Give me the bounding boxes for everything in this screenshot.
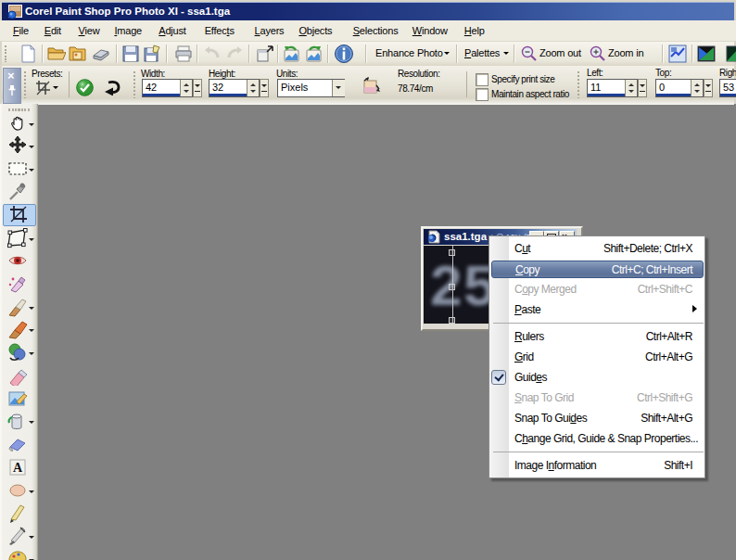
svg-text:A: A	[13, 461, 23, 475]
